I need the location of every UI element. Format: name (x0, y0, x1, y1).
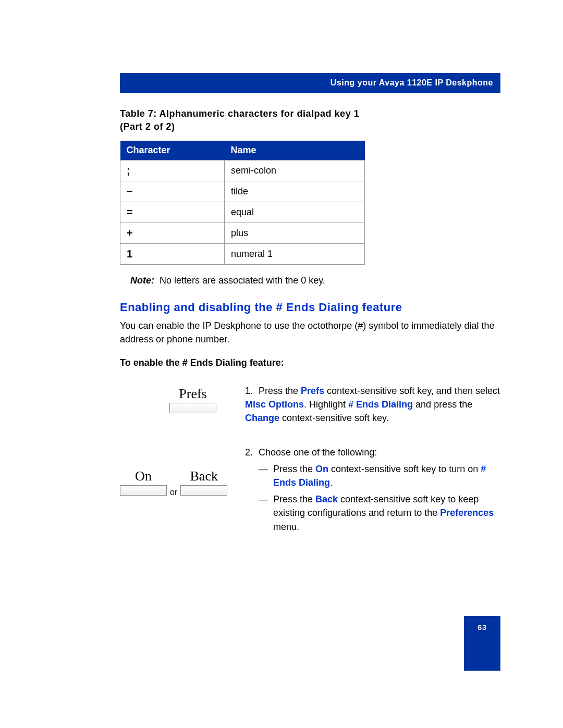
text: Press the (273, 494, 315, 504)
table-caption: Table 7: Alphanumeric characters for dia… (120, 107, 500, 133)
text: context-sensitive soft key, and then sel… (324, 386, 500, 396)
hl-prefs: Prefs (301, 386, 324, 396)
text: context-sensitive soft key. (279, 413, 389, 423)
bullet-text: Press the Back context-sensitive soft ke… (273, 492, 500, 533)
table-row: + plus (120, 223, 365, 244)
softkey-group: On or Back (120, 468, 245, 498)
note-label: Note: (130, 275, 154, 286)
softkey-block: Back (180, 468, 227, 498)
section-heading: Enabling and disabling the # Ends Dialin… (120, 301, 500, 314)
char-cell: ; (120, 161, 225, 181)
text: Press the (273, 464, 315, 474)
hl-misc-options: Misc Options (245, 399, 304, 410)
text: menu. (273, 522, 299, 532)
name-cell: plus (225, 223, 365, 244)
table-row: = equal (120, 202, 365, 223)
header-text: Using your Avaya 1120E IP Deskphone (331, 78, 493, 87)
softkey-area: On or Back (120, 446, 245, 534)
character-table: Character Name ; semi-colon ~ tilde = eq… (120, 141, 365, 265)
step-number: 1. (245, 384, 259, 398)
name-cell: equal (225, 202, 365, 223)
step-1-text: 1.Press the Prefs context-sensitive soft… (245, 384, 500, 425)
table-row: ; semi-colon (120, 161, 365, 181)
column-header-character: Character (120, 141, 225, 161)
char-cell: ~ (120, 181, 225, 202)
hl-on: On (315, 464, 328, 474)
name-cell: tilde (225, 181, 365, 202)
sub-bullet: — Press the On context-sensitive soft ke… (245, 462, 500, 489)
softkey-button-back[interactable] (180, 485, 227, 496)
hl-back: Back (315, 494, 338, 504)
softkey-area: Prefs (120, 384, 245, 425)
char-cell: + (120, 223, 225, 244)
document-page: Using your Avaya 1120E IP Deskphone Tabl… (0, 0, 563, 534)
procedure-heading: To enable the # Ends Dialing feature: (120, 357, 500, 368)
text: context-sensitive soft key to turn on (328, 464, 481, 474)
note-content: No letters are associated with the 0 key… (160, 275, 325, 286)
step-number: 2. (245, 446, 259, 459)
softkey-label-prefs: Prefs (141, 386, 245, 402)
page-header: Using your Avaya 1120E IP Deskphone (120, 73, 500, 93)
text: and press the (413, 399, 472, 410)
sub-bullet: — Press the Back context-sensitive soft … (245, 492, 500, 533)
table-caption-line-2: (Part 2 of 2) (120, 121, 175, 132)
hl-change: Change (245, 413, 279, 423)
column-header-name: Name (225, 141, 365, 161)
intro-paragraph: You can enable the IP Deskphone to use t… (120, 319, 500, 346)
softkey-label-back: Back (180, 468, 227, 484)
text: . (330, 477, 333, 488)
table-caption-line-1: Table 7: Alphanumeric characters for dia… (120, 108, 359, 119)
page-number: 63 (464, 616, 500, 671)
softkey-label-on: On (120, 468, 167, 484)
table-row: ~ tilde (120, 181, 365, 202)
char-cell: 1 (120, 244, 225, 265)
softkey-button-on[interactable] (120, 485, 167, 496)
text: . Highlight (304, 399, 348, 410)
step-2-text: 2.Choose one of the following: — Press t… (245, 446, 500, 534)
hl-preferences: Preferences (440, 508, 494, 518)
softkey-block: On (120, 468, 167, 498)
softkey-block: Prefs (141, 386, 245, 416)
char-cell: = (120, 202, 225, 223)
hl-ends-dialing: # Ends Dialing (348, 399, 413, 410)
dash: — (259, 492, 273, 533)
name-cell: numeral 1 (225, 244, 365, 265)
text: Press the (259, 386, 301, 396)
or-text: or (170, 488, 177, 498)
table-row: 1 numeral 1 (120, 244, 365, 265)
instruction-row: On or Back 2.Choose one of the following… (120, 446, 500, 534)
instruction-row: Prefs 1.Press the Prefs context-sensitiv… (120, 384, 500, 425)
bullet-text: Press the On context-sensitive soft key … (273, 462, 500, 489)
note-text: Note: No letters are associated with the… (130, 275, 500, 286)
name-cell: semi-colon (225, 161, 365, 181)
softkey-button-prefs[interactable] (169, 403, 216, 413)
text: Choose one of the following: (259, 447, 377, 458)
dash: — (259, 462, 273, 489)
page-number-value: 63 (478, 623, 487, 632)
